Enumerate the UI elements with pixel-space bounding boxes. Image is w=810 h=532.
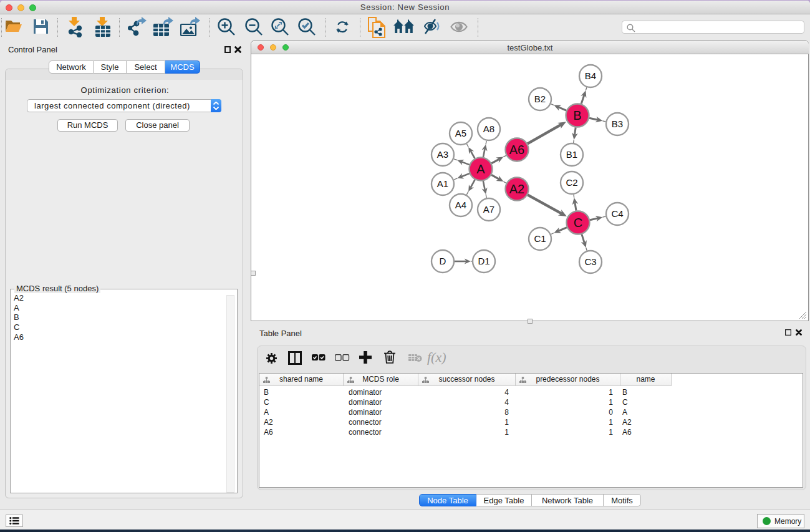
svg-text:C: C [574,216,582,230]
svg-text:B: B [573,109,581,122]
svg-text:D: D [440,256,446,266]
svg-text:A6: A6 [509,143,524,157]
svg-text:B3: B3 [612,118,623,129]
svg-text:B1: B1 [566,149,577,160]
svg-text:A7: A7 [483,204,494,215]
svg-text:D1: D1 [478,256,489,266]
svg-text:B2: B2 [534,94,546,104]
svg-text:C2: C2 [566,177,577,188]
svg-text:A3: A3 [437,149,448,160]
svg-text:A1: A1 [437,178,448,189]
svg-text:C1: C1 [534,233,546,244]
svg-text:A2: A2 [509,182,524,196]
svg-text:A8: A8 [483,123,494,134]
svg-text:A5: A5 [455,128,466,138]
svg-text:C4: C4 [611,208,623,219]
svg-text:A: A [476,162,485,176]
svg-text:C3: C3 [584,256,596,267]
svg-text:A4: A4 [455,200,466,210]
svg-text:B4: B4 [585,70,596,81]
